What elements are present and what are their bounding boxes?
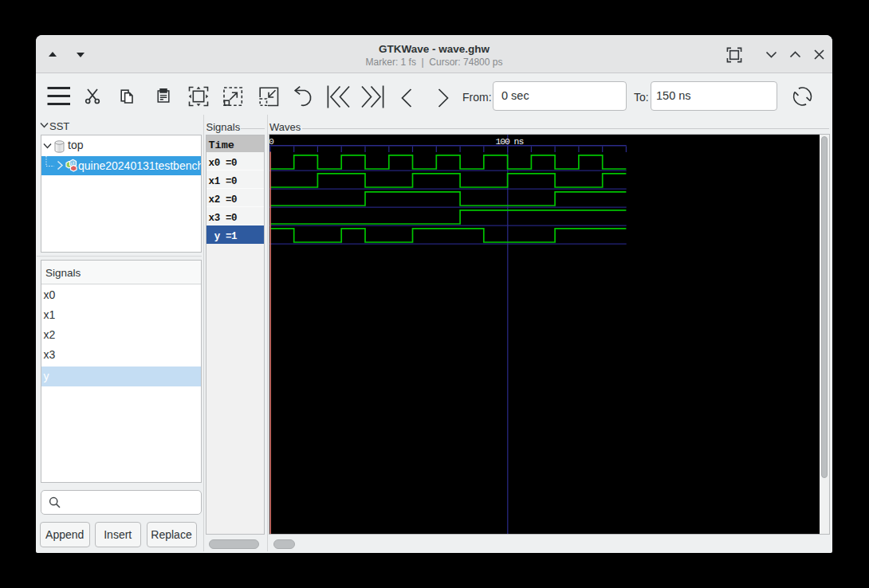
svg-text:0: 0 (269, 135, 274, 146)
svg-text:100 ns: 100 ns (495, 135, 523, 146)
